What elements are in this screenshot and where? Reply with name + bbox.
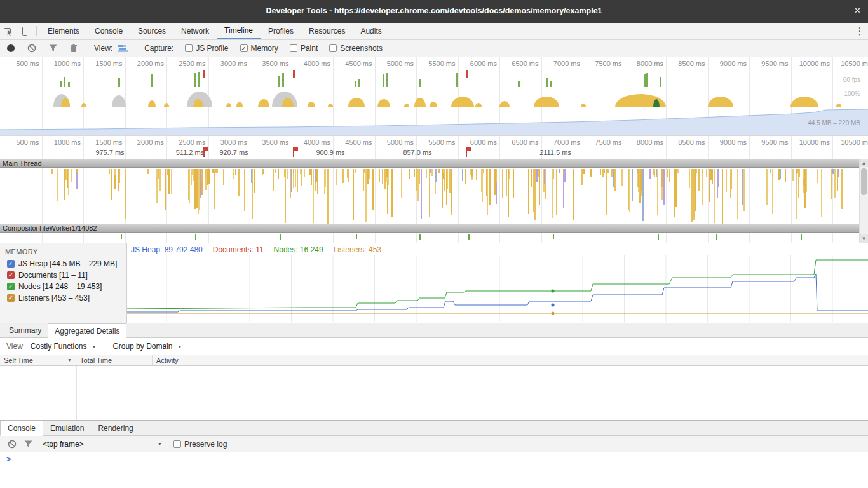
tracks-scrollbar[interactable]: ▲ ▼	[859, 159, 868, 243]
column-header-total-time[interactable]: Total Time	[76, 355, 153, 365]
flame-bar	[315, 169, 316, 182]
scroll-down-icon[interactable]: ▼	[860, 234, 868, 243]
flame-bar	[379, 169, 380, 182]
inspect-element-icon[interactable]	[0, 23, 17, 39]
flame-bar	[430, 169, 431, 173]
counter-checkbox[interactable]: ✓	[7, 294, 15, 302]
overflow-menu-icon[interactable]: ⋮	[851, 23, 868, 39]
memory-counter-documents[interactable]: ✓Documents [11 – 11]	[0, 269, 126, 281]
compositor-worker-label: CompositorTileWorker1/14082	[3, 224, 97, 232]
flame-bar	[391, 169, 393, 217]
flame-bar	[667, 169, 668, 177]
time-tick-label: 7500 ms	[580, 60, 622, 67]
close-icon[interactable]: ✕	[854, 6, 861, 15]
flame-bar	[347, 169, 348, 178]
details-tab-aggregated-details[interactable]: Aggregated Details	[48, 323, 126, 338]
time-tick-label: 10500 ms	[830, 60, 868, 67]
column-header-activity[interactable]: Activity	[153, 355, 868, 365]
garbage-collect-icon[interactable]	[70, 44, 78, 53]
timeline-tracks[interactable]: Main Thread CompositorTileWorker1/14082	[0, 159, 868, 243]
flame-bar	[417, 169, 419, 201]
preserve-log-checkbox[interactable]	[173, 440, 181, 448]
memory-counter-nodes[interactable]: ✓Nodes [14 248 – 19 453]	[0, 281, 126, 292]
counter-checkbox[interactable]: ✓	[7, 260, 15, 268]
console-prompt[interactable]: >	[6, 455, 11, 464]
flame-bar	[742, 169, 743, 205]
time-tick-label: 10000 ms	[788, 60, 830, 67]
flame-bar	[737, 169, 738, 219]
cpu-activity-bump	[451, 97, 474, 107]
time-tick-label: 5500 ms	[414, 60, 456, 67]
counter-chart[interactable]	[127, 255, 868, 322]
flame-bar	[200, 169, 201, 198]
compositor-worker-header[interactable]: CompositorTileWorker1/14082	[0, 224, 868, 233]
timeline-overview-pane[interactable]: 500 ms1000 ms1500 ms2000 ms2500 ms3000 m…	[0, 57, 868, 135]
clear-console-icon[interactable]	[8, 440, 17, 449]
flame-bar	[677, 169, 679, 173]
frame-bar	[60, 81, 62, 87]
flame-bar	[691, 169, 693, 222]
flame-bar	[796, 169, 797, 174]
flame-bar	[223, 169, 224, 185]
view-mode-icon[interactable]	[118, 44, 129, 53]
tab-resources[interactable]: Resources	[301, 23, 353, 39]
capture-option-paint[interactable]: Paint	[290, 44, 318, 53]
details-tab-summary[interactable]: Summary	[3, 323, 48, 337]
chevron-down-icon: ▼	[177, 344, 182, 349]
flame-bar	[214, 169, 215, 209]
checkbox[interactable]: ✓	[240, 44, 248, 52]
counter-checkbox[interactable]: ✓	[7, 271, 15, 279]
cpu-percent-label: 100%	[844, 90, 860, 97]
capture-option-js-profile[interactable]: JS Profile	[185, 44, 228, 53]
tab-audits[interactable]: Audits	[353, 23, 389, 39]
capture-option-memory[interactable]: ✓Memory	[240, 44, 278, 53]
drawer-tab-emulation[interactable]: Emulation	[43, 421, 91, 435]
checkbox[interactable]	[290, 44, 297, 52]
drawer-tab-rendering[interactable]: Rendering	[91, 421, 140, 435]
memory-counter-listeners[interactable]: ✓Listeners [453 – 453]	[0, 292, 126, 304]
flame-bar	[581, 169, 583, 185]
group-by-domain-select[interactable]: Group by Domain ▼	[112, 342, 182, 351]
tab-sources[interactable]: Sources	[130, 23, 173, 39]
drawer-tab-console[interactable]: Console	[0, 421, 43, 436]
flame-bar	[654, 169, 655, 177]
frames-strip	[0, 70, 868, 87]
console-filter-icon[interactable]	[24, 440, 32, 448]
capture-option-screenshots[interactable]: Screenshots	[329, 44, 383, 53]
flame-bar	[806, 169, 807, 192]
clear-icon[interactable]	[27, 44, 36, 53]
filter-icon[interactable]	[49, 44, 57, 52]
flame-bar	[324, 169, 325, 194]
scrollbar-thumb[interactable]	[861, 168, 867, 195]
console-output[interactable]: >	[0, 452, 868, 488]
cpu-activity-bump	[81, 103, 86, 107]
main-thread-flamechart[interactable]	[0, 168, 868, 224]
tab-elements[interactable]: Elements	[40, 23, 87, 39]
cpu-activity-bump	[112, 95, 126, 107]
preserve-log-option[interactable]: Preserve log	[173, 440, 227, 449]
time-tick-label: 9500 ms	[747, 60, 789, 67]
flame-bar	[534, 169, 536, 220]
flame-bar	[278, 169, 279, 179]
record-button[interactable]	[7, 44, 15, 52]
frame-select[interactable]: <top frame> ▼	[43, 440, 165, 449]
counter-checkbox[interactable]: ✓	[7, 283, 15, 290]
flame-bar	[590, 169, 592, 177]
view-select[interactable]: Costly Functions ▼	[31, 342, 97, 351]
device-mode-icon[interactable]	[17, 23, 33, 39]
flame-bar	[431, 169, 433, 176]
capture-option-label: Paint	[301, 44, 318, 53]
main-thread-header[interactable]: Main Thread	[0, 159, 868, 168]
tab-network[interactable]: Network	[173, 23, 217, 39]
checkbox[interactable]	[185, 44, 193, 52]
column-header-self-time[interactable]: Self Time▼	[0, 355, 76, 365]
fps-label: 60 fps	[843, 76, 860, 83]
memory-counter-js-heap[interactable]: ✓JS Heap [44.5 MB – 229 MB]	[0, 258, 126, 269]
frame-bar	[282, 73, 284, 87]
tab-console[interactable]: Console	[87, 23, 130, 39]
scroll-up-icon[interactable]: ▲	[860, 159, 868, 167]
frame-bar	[194, 73, 196, 87]
tab-timeline[interactable]: Timeline	[217, 23, 261, 39]
checkbox[interactable]	[329, 44, 337, 52]
tab-profiles[interactable]: Profiles	[261, 23, 301, 39]
